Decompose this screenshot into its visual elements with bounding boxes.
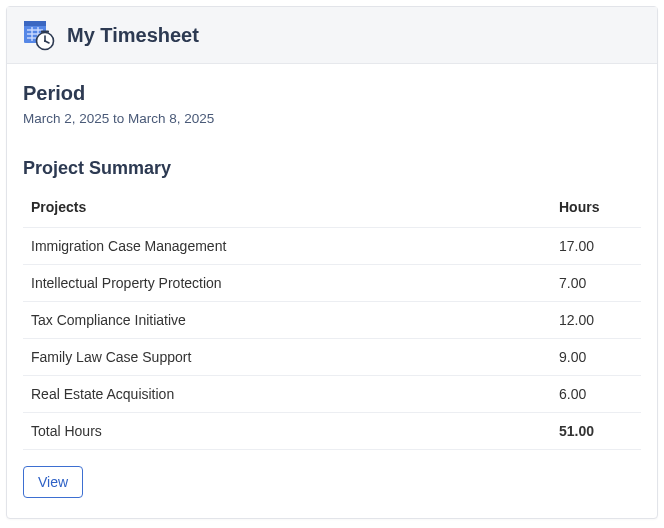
table-row: Real Estate Acquisition 6.00 — [23, 376, 641, 413]
total-row: Total Hours 51.00 — [23, 413, 641, 450]
svg-point-11 — [44, 40, 46, 42]
timesheet-icon — [23, 19, 55, 51]
project-name-cell: Immigration Case Management — [23, 228, 551, 265]
project-name-cell: Tax Compliance Initiative — [23, 302, 551, 339]
period-section: Period March 2, 2025 to March 8, 2025 — [23, 82, 641, 126]
page-title: My Timesheet — [67, 24, 199, 47]
table-row: Immigration Case Management 17.00 — [23, 228, 641, 265]
column-header-hours: Hours — [551, 189, 641, 228]
actions-bar: View — [23, 450, 641, 506]
column-header-projects: Projects — [23, 189, 551, 228]
table-row: Tax Compliance Initiative 12.00 — [23, 302, 641, 339]
project-name-cell: Real Estate Acquisition — [23, 376, 551, 413]
project-hours-cell: 6.00 — [551, 376, 641, 413]
project-summary-title: Project Summary — [23, 158, 641, 179]
card-body: Period March 2, 2025 to March 8, 2025 Pr… — [7, 64, 657, 518]
project-summary-table: Projects Hours Immigration Case Manageme… — [23, 189, 641, 450]
card-header: My Timesheet — [7, 7, 657, 64]
table-row: Intellectual Property Protection 7.00 — [23, 265, 641, 302]
timesheet-card: My Timesheet Period March 2, 2025 to Mar… — [6, 6, 658, 519]
project-hours-cell: 17.00 — [551, 228, 641, 265]
project-hours-cell: 9.00 — [551, 339, 641, 376]
total-hours-label: Total Hours — [23, 413, 551, 450]
period-label: Period — [23, 82, 641, 105]
period-range: March 2, 2025 to March 8, 2025 — [23, 111, 641, 126]
project-hours-cell: 7.00 — [551, 265, 641, 302]
total-hours-value: 51.00 — [551, 413, 641, 450]
project-hours-cell: 12.00 — [551, 302, 641, 339]
svg-rect-1 — [24, 21, 46, 26]
project-summary-section: Project Summary Projects Hours Immigrati… — [23, 158, 641, 450]
project-name-cell: Family Law Case Support — [23, 339, 551, 376]
svg-rect-8 — [41, 31, 49, 33]
table-row: Family Law Case Support 9.00 — [23, 339, 641, 376]
view-button[interactable]: View — [23, 466, 83, 498]
project-name-cell: Intellectual Property Protection — [23, 265, 551, 302]
